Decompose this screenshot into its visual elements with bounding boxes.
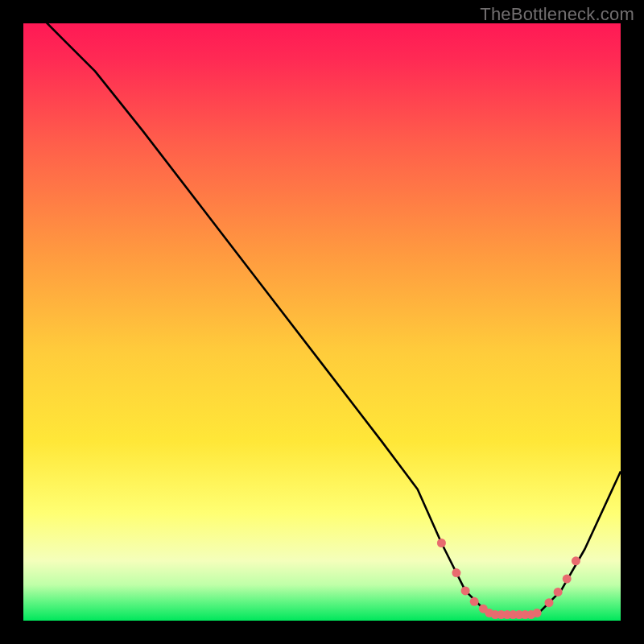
chart-frame: TheBottleneck.com bbox=[0, 0, 644, 644]
marker-dot bbox=[545, 598, 554, 607]
marker-dot bbox=[554, 588, 563, 597]
marker-dot bbox=[470, 597, 479, 606]
marker-dot bbox=[572, 556, 580, 565]
marker-dot bbox=[533, 609, 542, 617]
plot-background bbox=[23, 23, 621, 621]
marker-dot bbox=[452, 568, 460, 577]
chart-canvas bbox=[0, 0, 644, 644]
marker-dot bbox=[437, 539, 446, 547]
marker-dot bbox=[461, 586, 470, 595]
marker-dot bbox=[563, 575, 572, 584]
